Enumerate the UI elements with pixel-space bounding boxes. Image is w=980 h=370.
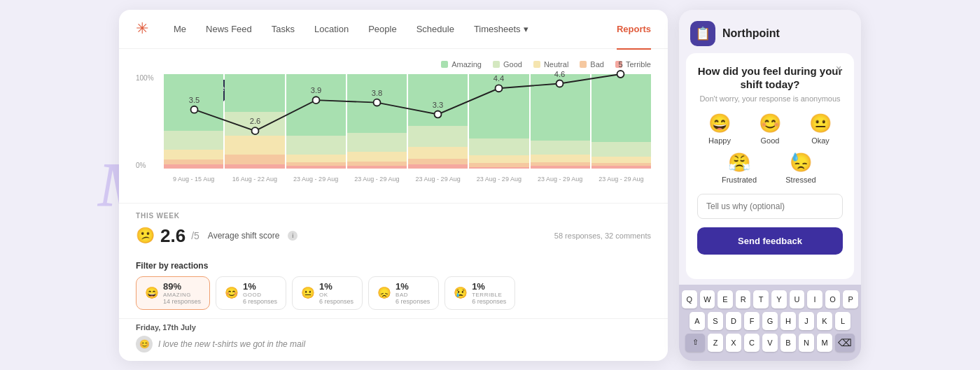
feedback-card: × How did you feel during your shift tod… [686, 53, 854, 279]
info-icon[interactable]: i [288, 231, 298, 241]
pill-percent: 1% [396, 281, 430, 292]
key-c[interactable]: C [744, 334, 760, 352]
nav-item-location[interactable]: Location [314, 21, 349, 37]
delete-key[interactable]: ⌫ [835, 334, 855, 352]
key-d[interactable]: D [726, 312, 741, 330]
key-u[interactable]: U [790, 290, 805, 308]
legend-bad: Bad [580, 60, 604, 69]
key-s[interactable]: S [708, 312, 723, 330]
pill-emoji: 😐 [301, 286, 315, 299]
pill-responses: 14 responses [163, 298, 201, 305]
key-h[interactable]: H [780, 312, 796, 330]
pill-info: 1% GOOD 6 responses [243, 281, 277, 305]
filter-label: Filter by reactions [136, 261, 651, 271]
legend-dot-neutral [533, 61, 540, 68]
pill-responses: 6 responses [472, 298, 506, 305]
pill-emoji: 😄 [145, 286, 159, 299]
nav-item-me[interactable]: Me [174, 21, 186, 37]
send-feedback-button[interactable]: Send feedback [697, 227, 843, 255]
nav-item-tasks[interactable]: Tasks [272, 21, 295, 37]
legend-dot-amazing [441, 61, 448, 68]
comment-text: I love the new t-shirts we got in the ma… [158, 339, 305, 349]
nav-item-schedule[interactable]: Schedule [416, 21, 454, 37]
main-container: ✳ Me News Feed Tasks Location People Sch… [119, 10, 861, 361]
feedback-subtext: Don't worry, your response is anonymous [697, 94, 843, 103]
key-q[interactable]: Q [682, 290, 697, 308]
emotion-okay[interactable]: 😐 Okay [798, 113, 843, 145]
keyboard-row-3: ⇧ZXCVBNM⌫ [682, 334, 858, 352]
pill-responses: 6 responses [319, 298, 354, 305]
emotion-happy[interactable]: 😄 Happy [697, 113, 742, 145]
key-r[interactable]: R [736, 290, 751, 308]
emotion-stressed[interactable]: 😓 Stressed [773, 152, 829, 184]
svg-point-2 [252, 127, 259, 134]
pill-percent: 1% [243, 281, 277, 292]
svg-point-14 [617, 71, 624, 78]
pill-info: 89% AMAZING 14 responses [163, 281, 201, 305]
svg-text:3.8: 3.8 [372, 88, 383, 97]
this-week-label: THIS WEEK [136, 212, 651, 220]
this-week-section: THIS WEEK 😕 2.6/5 Average shift score i … [119, 203, 668, 255]
chart-x-label-3: 23 Aug - 29 Aug [347, 172, 407, 186]
key-e[interactable]: E [718, 290, 733, 308]
friday-section: Friday, 17th July 😊 I love the new t-shi… [119, 318, 668, 361]
legend-dot-good [493, 61, 500, 68]
score-value: 2.6 [160, 225, 186, 247]
filter-pill-terrible[interactable]: 😢 1% TERRIBLE 6 responses [444, 276, 515, 310]
nav-item-reports[interactable]: Reports [617, 21, 651, 37]
comment-row: 😊 I love the new t-shirts we got in the … [136, 336, 651, 353]
emoji-grid-top: 😄 Happy 😊 Good 😐 Okay [697, 113, 843, 145]
key-a[interactable]: A [690, 312, 705, 330]
key-t[interactable]: T [753, 290, 769, 308]
pill-emoji: 😢 [454, 286, 468, 299]
key-k[interactable]: K [817, 312, 832, 330]
key-w[interactable]: W [700, 290, 715, 308]
key-j[interactable]: J [799, 312, 814, 330]
legend-neutral: Neutral [533, 60, 568, 69]
nav-item-people[interactable]: People [368, 21, 396, 37]
key-l[interactable]: L [835, 312, 850, 330]
emotion-frustrated[interactable]: 😤 Frustrated [711, 152, 767, 184]
close-button[interactable]: × [832, 62, 846, 76]
chart-x-label-2: 23 Aug - 29 Aug [286, 172, 346, 186]
svg-text:3.9: 3.9 [311, 86, 322, 94]
pill-percent: 1% [472, 281, 506, 292]
nav-item-timesheets[interactable]: Timesheets ▾ [474, 21, 528, 37]
svg-text:5: 5 [618, 60, 622, 69]
key-x[interactable]: X [726, 334, 741, 352]
key-f[interactable]: F [744, 312, 760, 330]
svg-text:4.4: 4.4 [493, 74, 505, 83]
pill-tag: AMAZING [163, 292, 201, 298]
chart-y-labels: 100% 0% [136, 74, 161, 169]
emotion-good[interactable]: 😊 Good [748, 113, 792, 145]
key-v[interactable]: V [762, 334, 778, 352]
key-b[interactable]: B [780, 334, 796, 352]
chart-wrapper: 100% 0% 😊 14 responses 3.52.63.93.83.34.… [136, 74, 651, 186]
key-i[interactable]: I [807, 290, 822, 308]
key-g[interactable]: G [762, 312, 778, 330]
pill-info: 1% OK 6 responses [319, 281, 354, 305]
filter-pill-ok[interactable]: 😐 1% OK 6 responses [292, 276, 363, 310]
key-p[interactable]: P [843, 290, 858, 308]
legend-amazing: Amazing [441, 60, 482, 69]
filter-pill-good[interactable]: 😊 1% GOOD 6 responses [216, 276, 286, 310]
good-label: Good [761, 136, 780, 145]
optional-input[interactable] [697, 194, 843, 219]
score-avg-label: Average shift score [208, 231, 280, 241]
key-y[interactable]: Y [771, 290, 787, 308]
shift-key[interactable]: ⇧ [685, 334, 705, 352]
filter-pills: 😄 89% AMAZING 14 responses 😊 1% GOOD 6 r… [136, 276, 651, 310]
nav-item-newsfeed[interactable]: News Feed [206, 21, 252, 37]
pill-responses: 6 responses [243, 298, 277, 305]
pill-tag: OK [319, 292, 354, 298]
key-n[interactable]: N [799, 334, 814, 352]
filter-pill-bad[interactable]: 😞 1% BAD 6 responses [368, 276, 439, 310]
key-o[interactable]: O [825, 290, 841, 308]
pill-info: 1% TERRIBLE 6 responses [472, 281, 506, 305]
pill-tag: BAD [396, 292, 430, 298]
svg-text:2.6: 2.6 [250, 117, 261, 125]
key-m[interactable]: M [817, 334, 832, 352]
filter-pill-amazing[interactable]: 😄 89% AMAZING 14 responses [136, 276, 210, 310]
key-z[interactable]: Z [708, 334, 723, 352]
svg-point-0 [191, 106, 198, 113]
